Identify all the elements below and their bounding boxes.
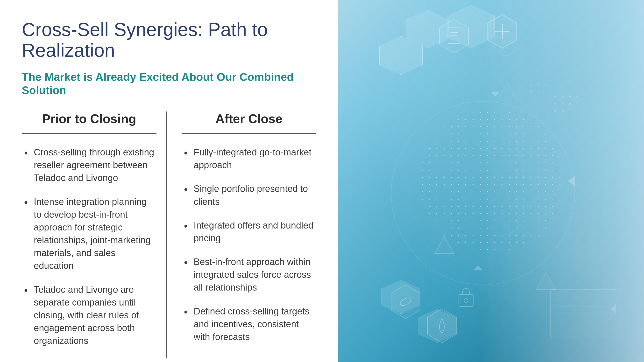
list-item: Fully-integrated go-to-market approach <box>182 146 316 172</box>
svg-marker-8 <box>391 285 420 319</box>
list-item: Integrated offers and bundled pricing <box>182 219 316 245</box>
right-bullet-list: Fully-integrated go-to-market approach S… <box>182 146 316 344</box>
svg-point-38 <box>464 299 468 302</box>
left-column-divider <box>22 133 156 134</box>
list-item: Defined cross-selling targets and incent… <box>182 305 316 344</box>
left-column-heading: Prior to Closing <box>22 111 156 126</box>
columns-container: Prior to Closing Cross-selling through e… <box>22 111 316 359</box>
right-column: After Close Fully-integrated go-to-marke… <box>166 111 316 359</box>
page-subtitle: The Market is Already Excited About Our … <box>22 70 316 97</box>
list-item: Intense integration planning to develop … <box>22 195 156 273</box>
svg-marker-3 <box>440 19 468 53</box>
list-item: Cross-selling through existing reseller … <box>22 146 156 185</box>
svg-marker-30 <box>435 237 454 253</box>
slide-left: Cross-Sell Synergies: Path to Realizatio… <box>0 0 338 362</box>
doctor-figure <box>480 0 644 362</box>
svg-marker-10 <box>428 309 456 343</box>
list-item: Single portfolio presented to clients <box>182 182 316 208</box>
footer: Teladoc HEALTH Livongo ® © Teladoc Healt… <box>22 359 316 362</box>
right-column-divider <box>182 133 316 134</box>
left-column: Prior to Closing Cross-selling through e… <box>22 111 166 359</box>
list-item: Teladoc and Livongo are separate compani… <box>22 283 156 348</box>
slide-right <box>338 0 644 362</box>
svg-rect-37 <box>459 295 473 307</box>
page-title: Cross-Sell Synergies: Path to Realizatio… <box>22 19 316 61</box>
left-bullet-list: Cross-selling through existing reseller … <box>22 146 156 348</box>
list-item: Best-in-front approach within integrated… <box>182 256 316 294</box>
right-column-heading: After Close <box>182 111 316 126</box>
